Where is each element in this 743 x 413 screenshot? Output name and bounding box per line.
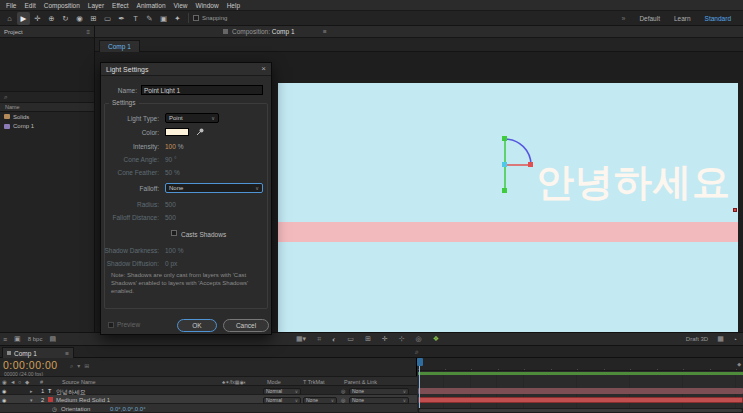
menu-item[interactable]: Layer xyxy=(84,2,108,9)
source-name-column[interactable]: Source Name xyxy=(62,379,96,385)
type-tool-icon[interactable]: T xyxy=(129,12,142,25)
menu-item[interactable]: File xyxy=(2,2,20,9)
panel-menu-icon[interactable]: ≡ xyxy=(323,28,327,35)
rotation-tool-icon[interactable]: ↻ xyxy=(59,12,72,25)
panel-menu-icon[interactable]: ≡ xyxy=(65,350,69,357)
clone-stamp-tool-icon[interactable]: ▣ xyxy=(157,12,170,25)
grid-options-icon[interactable]: ⌗ xyxy=(317,335,321,343)
menu-item[interactable]: View xyxy=(170,2,192,9)
parent-dropdown[interactable]: None∨ xyxy=(349,397,409,404)
expand-arrow-icon[interactable]: ▸ xyxy=(30,388,33,394)
draft-3d-toggle[interactable]: Draft 3D xyxy=(686,336,708,342)
transparency-grid-icon[interactable]: ⊞ xyxy=(365,335,371,343)
menu-item[interactable]: Composition xyxy=(40,2,84,9)
layer-row-1[interactable]: ◉ ▸ 1 T 안녕하세요 Normal∨ ◎ None∨ xyxy=(0,386,417,395)
workspace-tab[interactable]: Standard xyxy=(705,15,731,22)
workspace-tab[interactable]: Default xyxy=(639,15,660,22)
project-search-input[interactable]: ⌕ xyxy=(0,92,94,103)
renderer-icon[interactable]: ▦ xyxy=(717,335,724,343)
region-of-interest-icon[interactable]: ▭ xyxy=(347,335,354,343)
close-icon[interactable]: × xyxy=(261,65,266,73)
menu-item[interactable]: Window xyxy=(192,2,223,9)
bit-depth-indicator[interactable]: 8 bpc xyxy=(28,336,43,342)
property-value[interactable]: 0.0°,0.0°,0.0° xyxy=(110,406,146,412)
thumbnail-icon[interactable]: ▣ xyxy=(14,335,21,343)
stopwatch-icon[interactable]: ◷ xyxy=(52,406,57,412)
fast-previews-icon[interactable]: ❖ xyxy=(433,335,439,343)
ok-button[interactable]: OK xyxy=(177,319,217,332)
pan-behind-tool-icon[interactable]: ⊞ xyxy=(87,12,100,25)
pink-solid-layer[interactable] xyxy=(278,222,738,242)
timeline-link-icon[interactable]: ◔ xyxy=(733,336,737,343)
playhead-handle[interactable] xyxy=(417,358,423,366)
menu-item[interactable]: Edit xyxy=(20,2,39,9)
pen-tool-icon[interactable]: ✒ xyxy=(115,12,128,25)
expand-arrow-icon[interactable]: ▾ xyxy=(30,397,33,403)
layer-handle[interactable] xyxy=(733,208,737,212)
timeline-navigator-scrollbar[interactable] xyxy=(418,408,743,413)
project-panel-tab[interactable]: Project ≡ xyxy=(0,26,94,38)
property-row-orientation[interactable]: ◷ Orientation 0.0°,0.0°,0.0° xyxy=(0,404,417,413)
selection-tool-icon[interactable]: ▶ xyxy=(17,12,30,25)
visibility-eye-icon[interactable]: ◉ xyxy=(2,388,6,394)
blend-mode-dropdown[interactable]: Normal∨ xyxy=(263,397,301,404)
project-name-column-header[interactable]: Name xyxy=(0,103,94,112)
camera-view-icon[interactable]: ✛ xyxy=(382,335,388,343)
brush-tool-icon[interactable]: ✎ xyxy=(143,12,156,25)
blend-mode-dropdown[interactable]: Normal∨ xyxy=(263,388,301,395)
eyedropper-icon[interactable] xyxy=(196,127,205,136)
home-icon[interactable]: ⌂ xyxy=(3,12,16,25)
pickwhip-icon[interactable]: ◎ xyxy=(341,397,345,403)
layer-name[interactable]: Medium Red Solid 1 xyxy=(56,397,110,403)
layer-row-2[interactable]: ◉ ▾ 2 Medium Red Solid 1 Normal∨ None∨ ◎… xyxy=(0,395,417,404)
point-light-widget[interactable] xyxy=(483,127,535,199)
parent-dropdown[interactable]: None∨ xyxy=(349,388,409,395)
visibility-eye-icon[interactable]: ◉ xyxy=(2,397,6,403)
layer-bar-text[interactable] xyxy=(418,388,743,394)
project-item-solids[interactable]: Solids xyxy=(0,112,94,122)
zoom-tool-icon[interactable]: ⊕ xyxy=(45,12,58,25)
composition-canvas[interactable]: 안녕하세요 xyxy=(278,83,738,338)
time-graph-area[interactable]: :00s01s02s03s04s05s06s07s08s09s10s11s12s… xyxy=(418,358,743,413)
timeline-search-icon[interactable]: ⌕ xyxy=(415,348,419,356)
timeline-tab-comp1[interactable]: Comp 1 ≡ xyxy=(2,347,74,358)
menu-item[interactable]: Effect xyxy=(108,2,133,9)
chevron-right-icon[interactable]: » xyxy=(621,15,625,22)
cancel-button[interactable]: Cancel xyxy=(223,319,269,332)
magnification-dropdown-icon[interactable]: ▦▾ xyxy=(296,335,306,343)
current-time-display[interactable]: 0:00:00:00 xyxy=(3,359,58,371)
casts-shadows-checkbox[interactable] xyxy=(171,230,177,236)
mask-visibility-icon[interactable]: ◐ xyxy=(332,336,336,343)
light-type-dropdown[interactable]: Point∨ xyxy=(165,113,219,123)
intensity-value[interactable]: 100 % xyxy=(165,143,183,150)
shape-tool-icon[interactable]: ▭ xyxy=(101,12,114,25)
timeline-toggle-icons[interactable]: ⌕▾⊞ xyxy=(70,362,93,370)
camera-tool-icon[interactable]: ◉ xyxy=(73,12,86,25)
parent-link-column[interactable]: Parent & Link xyxy=(344,379,377,385)
workspace-tab[interactable]: Learn xyxy=(674,15,691,22)
text-layer-content[interactable]: 안녕하세요 xyxy=(536,157,731,208)
playhead[interactable] xyxy=(419,358,420,413)
dialog-title-bar[interactable]: Light Settings × xyxy=(101,63,271,76)
trkmat-column[interactable]: T TrkMat xyxy=(303,379,325,385)
snapping-checkbox[interactable] xyxy=(193,15,199,21)
falloff-dropdown[interactable]: None∨ xyxy=(165,183,263,193)
pickwhip-icon[interactable]: ◎ xyxy=(341,388,345,394)
project-item-comp1[interactable]: Comp 1 xyxy=(0,122,94,132)
track-matte-dropdown[interactable]: None∨ xyxy=(303,397,337,404)
viewer-tab-comp1[interactable]: Comp 1 xyxy=(99,40,140,52)
resolution-dropdown-icon[interactable]: ⊹ xyxy=(399,335,405,343)
pixel-aspect-icon[interactable]: ◎ xyxy=(416,335,422,343)
time-ruler[interactable]: :00s01s02s03s04s05s06s07s08s09s10s11s12s xyxy=(418,358,743,371)
panel-menu-icon[interactable]: ≡ xyxy=(86,29,90,35)
interpret-footage-icon[interactable]: ▤ xyxy=(49,335,56,343)
menu-item[interactable]: Help xyxy=(223,2,244,9)
panel-list-icon[interactable]: ≡ xyxy=(3,336,7,343)
composition-panel-header[interactable]: Composition: Comp 1 ≡ xyxy=(95,26,743,38)
work-area-end-icon[interactable]: ◆ xyxy=(737,361,741,367)
menu-item[interactable]: Animation xyxy=(133,2,170,9)
light-name-input[interactable] xyxy=(141,85,263,95)
color-swatch[interactable] xyxy=(165,128,189,136)
layer-bar-solid[interactable] xyxy=(418,397,743,403)
puppet-tool-icon[interactable]: ✦ xyxy=(171,12,184,25)
